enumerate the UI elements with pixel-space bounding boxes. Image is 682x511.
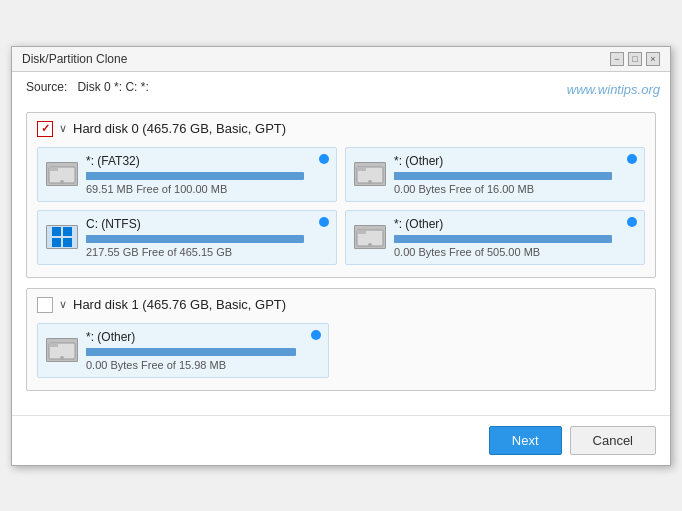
disk0-header: ∨ Hard disk 0 (465.76 GB, Basic, GPT)	[37, 121, 645, 137]
partition-info-other1: *: (Other) 0.00 Bytes Free of 16.00 MB	[394, 154, 636, 195]
svg-point-5	[368, 180, 372, 184]
partition-info-other2: *: (Other) 0.00 Bytes Free of 505.00 MB	[394, 217, 636, 258]
partition-label-other2: *: (Other)	[394, 217, 636, 231]
footer: Next Cancel	[12, 415, 670, 465]
window-title: Disk/Partition Clone	[22, 52, 127, 66]
progress-fill-other2	[394, 235, 601, 243]
partition-dot-ntfs	[319, 217, 329, 227]
svg-rect-9	[63, 238, 72, 247]
partition-dot-other1	[627, 154, 637, 164]
partition-free-disk1-other: 0.00 Bytes Free of 15.98 MB	[86, 359, 320, 371]
next-button[interactable]: Next	[489, 426, 562, 455]
progress-fill-other1	[394, 172, 601, 180]
content-area: ∨ Hard disk 0 (465.76 GB, Basic, GPT) *:…	[12, 102, 670, 415]
svg-point-15	[60, 356, 64, 360]
partition-label-disk1-other: *: (Other)	[86, 330, 320, 344]
source-label: Source:	[26, 80, 67, 94]
progress-fill-ntfs	[86, 235, 201, 243]
progress-disk1-other	[86, 348, 296, 356]
partition-dot-disk1-other	[311, 330, 321, 340]
svg-point-2	[60, 180, 64, 184]
partition-ntfs[interactable]: C: (NTFS) 217.55 GB Free of 465.15 GB	[37, 210, 337, 265]
source-value: Disk 0 *: C: *:	[77, 80, 148, 94]
partition-icon-other1	[354, 162, 386, 186]
progress-other1	[394, 172, 612, 180]
disk0-partitions: *: (FAT32) 69.51 MB Free of 100.00 MB *	[37, 147, 645, 265]
partition-fat32[interactable]: *: (FAT32) 69.51 MB Free of 100.00 MB	[37, 147, 337, 202]
partition-label-fat32: *: (FAT32)	[86, 154, 328, 168]
main-window: Disk/Partition Clone − □ × www.wintips.o…	[11, 46, 671, 466]
partition-icon-other2	[354, 225, 386, 249]
svg-rect-14	[49, 343, 58, 347]
disk1-chevron: ∨	[59, 298, 67, 311]
minimize-button[interactable]: −	[610, 52, 624, 66]
partition-free-fat32: 69.51 MB Free of 100.00 MB	[86, 183, 328, 195]
partition-other2[interactable]: *: (Other) 0.00 Bytes Free of 505.00 MB	[345, 210, 645, 265]
svg-rect-1	[49, 167, 58, 171]
partition-label-other1: *: (Other)	[394, 154, 636, 168]
progress-other2	[394, 235, 612, 243]
partition-icon-disk1-other	[46, 338, 78, 362]
disk1-header: ∨ Hard disk 1 (465.76 GB, Basic, GPT)	[37, 297, 645, 313]
svg-rect-11	[357, 230, 366, 234]
source-bar: Source: Disk 0 *: C: *:	[12, 72, 670, 102]
disk0-title: Hard disk 0 (465.76 GB, Basic, GPT)	[73, 121, 286, 136]
partition-disk1-other[interactable]: *: (Other) 0.00 Bytes Free of 15.98 MB	[37, 323, 329, 378]
disk1-partitions: *: (Other) 0.00 Bytes Free of 15.98 MB	[37, 323, 645, 378]
progress-fill-disk1-other	[86, 348, 275, 356]
partition-info-fat32: *: (FAT32) 69.51 MB Free of 100.00 MB	[86, 154, 328, 195]
progress-fill-fat32	[86, 172, 151, 180]
partition-dot-other2	[627, 217, 637, 227]
svg-rect-6	[52, 227, 61, 236]
partition-icon-fat32	[46, 162, 78, 186]
cancel-button[interactable]: Cancel	[570, 426, 656, 455]
disk0-chevron: ∨	[59, 122, 67, 135]
svg-rect-8	[52, 238, 61, 247]
disk0-checkbox[interactable]	[37, 121, 53, 137]
partition-free-other2: 0.00 Bytes Free of 505.00 MB	[394, 246, 636, 258]
partition-free-other1: 0.00 Bytes Free of 16.00 MB	[394, 183, 636, 195]
disk1-title: Hard disk 1 (465.76 GB, Basic, GPT)	[73, 297, 286, 312]
partition-dot-fat32	[319, 154, 329, 164]
restore-button[interactable]: □	[628, 52, 642, 66]
svg-point-12	[368, 243, 372, 247]
disk1-checkbox[interactable]	[37, 297, 53, 313]
partition-label-ntfs: C: (NTFS)	[86, 217, 328, 231]
disk0-group: ∨ Hard disk 0 (465.76 GB, Basic, GPT) *:…	[26, 112, 656, 278]
partition-info-ntfs: C: (NTFS) 217.55 GB Free of 465.15 GB	[86, 217, 328, 258]
partition-icon-ntfs	[46, 225, 78, 249]
close-button[interactable]: ×	[646, 52, 660, 66]
progress-fat32	[86, 172, 304, 180]
window-controls: − □ ×	[610, 52, 660, 66]
title-bar: Disk/Partition Clone − □ ×	[12, 47, 670, 72]
svg-rect-7	[63, 227, 72, 236]
disk1-group: ∨ Hard disk 1 (465.76 GB, Basic, GPT) *:…	[26, 288, 656, 391]
svg-rect-4	[357, 167, 366, 171]
partition-free-ntfs: 217.55 GB Free of 465.15 GB	[86, 246, 328, 258]
partition-info-disk1-other: *: (Other) 0.00 Bytes Free of 15.98 MB	[86, 330, 320, 371]
progress-ntfs	[86, 235, 304, 243]
partition-other1[interactable]: *: (Other) 0.00 Bytes Free of 16.00 MB	[345, 147, 645, 202]
